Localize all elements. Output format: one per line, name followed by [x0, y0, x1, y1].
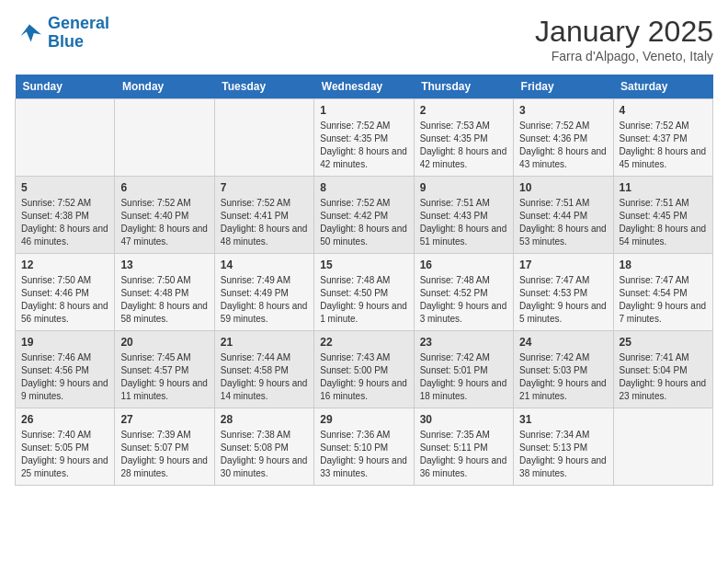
calendar-cell [613, 408, 712, 486]
day-number: 25 [620, 336, 707, 349]
logo-icon [15, 18, 44, 48]
day-number: 18 [620, 259, 707, 271]
day-info: Sunrise: 7:52 AM Sunset: 4:38 PM Dayligh… [21, 197, 108, 248]
day-number: 29 [320, 413, 407, 426]
day-number: 10 [519, 181, 607, 194]
day-number: 24 [519, 336, 607, 349]
day-number: 21 [221, 336, 308, 349]
calendar-cell: 21Sunrise: 7:44 AM Sunset: 4:58 PM Dayli… [214, 331, 313, 408]
calendar-cell: 22Sunrise: 7:43 AM Sunset: 5:00 PM Dayli… [314, 331, 414, 408]
calendar-cell: 7Sunrise: 7:52 AM Sunset: 4:41 PM Daylig… [214, 177, 313, 254]
day-info: Sunrise: 7:52 AM Sunset: 4:40 PM Dayligh… [120, 197, 208, 248]
day-info: Sunrise: 7:52 AM Sunset: 4:36 PM Dayligh… [519, 120, 607, 171]
day-number: 31 [519, 413, 607, 426]
day-info: Sunrise: 7:50 AM Sunset: 4:48 PM Dayligh… [120, 274, 208, 326]
day-number: 23 [420, 336, 507, 349]
calendar-week-row: 19Sunrise: 7:46 AM Sunset: 4:56 PM Dayli… [16, 331, 713, 408]
day-info: Sunrise: 7:47 AM Sunset: 4:53 PM Dayligh… [519, 274, 607, 326]
column-header-friday: Friday [514, 75, 613, 99]
day-info: Sunrise: 7:35 AM Sunset: 5:11 PM Dayligh… [420, 429, 507, 480]
calendar-cell: 1Sunrise: 7:52 AM Sunset: 4:35 PM Daylig… [314, 99, 414, 177]
calendar-cell: 11Sunrise: 7:51 AM Sunset: 4:45 PM Dayli… [613, 177, 712, 254]
day-info: Sunrise: 7:51 AM Sunset: 4:45 PM Dayligh… [620, 197, 707, 248]
day-info: Sunrise: 7:40 AM Sunset: 5:05 PM Dayligh… [21, 429, 108, 480]
day-info: Sunrise: 7:47 AM Sunset: 4:54 PM Dayligh… [620, 274, 707, 326]
day-info: Sunrise: 7:52 AM Sunset: 4:37 PM Dayligh… [620, 120, 707, 171]
location: Farra d'Alpago, Veneto, Italy [535, 49, 713, 63]
calendar-cell: 27Sunrise: 7:39 AM Sunset: 5:07 PM Dayli… [115, 408, 214, 486]
logo-text: General Blue [48, 15, 109, 52]
page-header: General Blue January 2025 Farra d'Alpago… [15, 15, 713, 63]
day-number: 13 [120, 259, 208, 271]
day-number: 30 [420, 413, 507, 426]
day-number: 19 [21, 336, 108, 349]
day-info: Sunrise: 7:50 AM Sunset: 4:46 PM Dayligh… [21, 274, 108, 326]
day-number: 27 [120, 413, 208, 426]
day-number: 5 [21, 181, 108, 194]
calendar-week-row: 12Sunrise: 7:50 AM Sunset: 4:46 PM Dayli… [16, 254, 713, 331]
calendar-cell [115, 99, 214, 177]
day-info: Sunrise: 7:46 AM Sunset: 4:56 PM Dayligh… [21, 351, 108, 403]
calendar-cell: 9Sunrise: 7:51 AM Sunset: 4:43 PM Daylig… [414, 177, 513, 254]
day-info: Sunrise: 7:48 AM Sunset: 4:50 PM Dayligh… [320, 274, 407, 326]
calendar-cell: 10Sunrise: 7:51 AM Sunset: 4:44 PM Dayli… [514, 177, 613, 254]
day-number: 15 [320, 259, 407, 271]
day-info: Sunrise: 7:38 AM Sunset: 5:08 PM Dayligh… [221, 429, 308, 480]
calendar-cell: 13Sunrise: 7:50 AM Sunset: 4:48 PM Dayli… [115, 254, 214, 331]
day-info: Sunrise: 7:49 AM Sunset: 4:49 PM Dayligh… [221, 274, 308, 326]
calendar-cell: 30Sunrise: 7:35 AM Sunset: 5:11 PM Dayli… [414, 408, 513, 486]
day-info: Sunrise: 7:51 AM Sunset: 4:43 PM Dayligh… [420, 197, 507, 248]
calendar-cell: 23Sunrise: 7:42 AM Sunset: 5:01 PM Dayli… [414, 331, 513, 408]
calendar-cell: 25Sunrise: 7:41 AM Sunset: 5:04 PM Dayli… [613, 331, 712, 408]
day-info: Sunrise: 7:53 AM Sunset: 4:35 PM Dayligh… [420, 120, 507, 171]
calendar-cell: 29Sunrise: 7:36 AM Sunset: 5:10 PM Dayli… [314, 408, 414, 486]
calendar-cell: 18Sunrise: 7:47 AM Sunset: 4:54 PM Dayli… [613, 254, 712, 331]
day-info: Sunrise: 7:36 AM Sunset: 5:10 PM Dayligh… [320, 429, 407, 480]
day-info: Sunrise: 7:43 AM Sunset: 5:00 PM Dayligh… [320, 351, 407, 403]
day-number: 20 [120, 336, 208, 349]
day-number: 2 [420, 104, 507, 117]
day-number: 28 [221, 413, 308, 426]
day-number: 6 [120, 181, 208, 194]
calendar-cell: 17Sunrise: 7:47 AM Sunset: 4:53 PM Dayli… [514, 254, 613, 331]
calendar-cell: 19Sunrise: 7:46 AM Sunset: 4:56 PM Dayli… [16, 331, 115, 408]
month-title: January 2025 [535, 15, 713, 49]
day-number: 8 [320, 181, 407, 194]
column-header-monday: Monday [115, 75, 214, 99]
day-info: Sunrise: 7:42 AM Sunset: 5:01 PM Dayligh… [420, 351, 507, 403]
day-info: Sunrise: 7:42 AM Sunset: 5:03 PM Dayligh… [519, 351, 607, 403]
logo: General Blue [15, 15, 109, 52]
day-info: Sunrise: 7:44 AM Sunset: 4:58 PM Dayligh… [221, 351, 308, 403]
day-number: 17 [519, 259, 607, 271]
day-number: 22 [320, 336, 407, 349]
column-header-wednesday: Wednesday [314, 75, 414, 99]
day-info: Sunrise: 7:52 AM Sunset: 4:41 PM Dayligh… [221, 197, 308, 248]
calendar-cell [16, 99, 115, 177]
day-info: Sunrise: 7:51 AM Sunset: 4:44 PM Dayligh… [519, 197, 607, 248]
calendar-cell [214, 99, 313, 177]
svg-marker-0 [20, 24, 40, 41]
day-info: Sunrise: 7:45 AM Sunset: 4:57 PM Dayligh… [120, 351, 208, 403]
calendar-cell: 12Sunrise: 7:50 AM Sunset: 4:46 PM Dayli… [16, 254, 115, 331]
calendar-cell: 16Sunrise: 7:48 AM Sunset: 4:52 PM Dayli… [414, 254, 513, 331]
column-header-thursday: Thursday [414, 75, 513, 99]
calendar-cell: 31Sunrise: 7:34 AM Sunset: 5:13 PM Dayli… [514, 408, 613, 486]
calendar-cell: 5Sunrise: 7:52 AM Sunset: 4:38 PM Daylig… [16, 177, 115, 254]
day-number: 16 [420, 259, 507, 271]
day-number: 12 [21, 259, 108, 271]
title-block: January 2025 Farra d'Alpago, Veneto, Ita… [535, 15, 713, 63]
day-number: 3 [519, 104, 607, 117]
day-info: Sunrise: 7:52 AM Sunset: 4:35 PM Dayligh… [320, 120, 407, 171]
calendar-cell: 20Sunrise: 7:45 AM Sunset: 4:57 PM Dayli… [115, 331, 214, 408]
calendar-cell: 26Sunrise: 7:40 AM Sunset: 5:05 PM Dayli… [16, 408, 115, 486]
day-info: Sunrise: 7:34 AM Sunset: 5:13 PM Dayligh… [519, 429, 607, 480]
calendar-cell: 6Sunrise: 7:52 AM Sunset: 4:40 PM Daylig… [115, 177, 214, 254]
day-number: 26 [21, 413, 108, 426]
day-number: 14 [221, 259, 308, 271]
calendar-week-row: 5Sunrise: 7:52 AM Sunset: 4:38 PM Daylig… [16, 177, 713, 254]
day-number: 4 [620, 104, 707, 117]
calendar-week-row: 1Sunrise: 7:52 AM Sunset: 4:35 PM Daylig… [16, 99, 713, 177]
day-info: Sunrise: 7:48 AM Sunset: 4:52 PM Dayligh… [420, 274, 507, 326]
day-info: Sunrise: 7:39 AM Sunset: 5:07 PM Dayligh… [120, 429, 208, 480]
day-number: 9 [420, 181, 507, 194]
